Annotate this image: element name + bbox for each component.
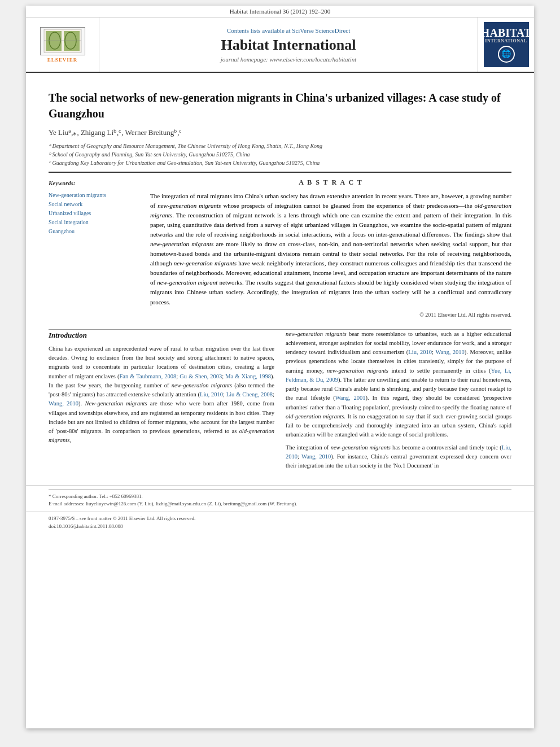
ref-ma-xiang[interactable]: Ma & Xiang, 1998 (225, 373, 271, 379)
doi-info[interactable]: doi:10.1016/j.habitatint.2011.08.008 (49, 522, 511, 530)
ref-yue-et-al[interactable]: Yue, Li, Feldman, & Du, 2009 (286, 368, 511, 383)
body-left-column: Introduction China has experienced an un… (49, 330, 274, 474)
intro-para-3: The integration of new-generation migran… (286, 443, 511, 471)
svg-rect-1 (46, 31, 62, 51)
keywords-label: Keywords: (49, 178, 139, 189)
ref-wang-2001[interactable]: Wang, 2001 (335, 395, 366, 401)
journal-title-area: Contents lists available at SciVerse Sci… (99, 18, 478, 72)
body-right-column: new-generation migrants bear more resemb… (286, 330, 511, 474)
body-columns: Introduction China has experienced an un… (49, 330, 511, 474)
ref-fan-taubmann[interactable]: Fan & Taubmann, 2008 (119, 373, 176, 379)
sciverse-text[interactable]: Contents lists available at SciVerse Sci… (227, 27, 350, 34)
affiliation-c: ᶜ Guangdong Key Laboratory for Urbanizat… (49, 159, 511, 167)
journal-ref-bar: Habitat International 36 (2012) 192–200 (26, 6, 534, 18)
ref-wang-2010b[interactable]: Wang, 2010 (435, 349, 464, 355)
elsevier-logo: ELSEVIER (40, 27, 85, 63)
ref-gu-shen[interactable]: Gu & Shen, 2003 (180, 373, 222, 379)
footnotes-section: * Corresponding author. Tel.: +852 60969… (26, 486, 534, 512)
keyword-4: Social integration (49, 218, 139, 227)
keyword-5: Guangzhou (49, 227, 139, 236)
abstract-section: Keywords: New-generation migrants Social… (49, 178, 511, 318)
journal-reference: Habitat International 36 (2012) 192–200 (230, 8, 330, 15)
habitat-badge: HABITAT INTERNATIONAL 🌐 (484, 22, 529, 67)
ref-wang-2010c[interactable]: Wang, 2010 (301, 453, 331, 460)
article-title: The social networks of new-generation mi… (49, 90, 511, 121)
article-header-section: The social networks of new-generation mi… (26, 73, 534, 329)
keyword-3: Urbanized villages (49, 209, 139, 218)
badge-title: HABITAT (481, 27, 531, 38)
journal-badge-area: HABITAT INTERNATIONAL 🌐 (478, 18, 534, 72)
journal-homepage-url: journal homepage: www.elsevier.com/locat… (221, 56, 357, 63)
ref-liu-2010[interactable]: Liu, 2010 (200, 391, 223, 397)
ref-liu-2010b[interactable]: Liu, 2010 (408, 349, 432, 355)
body-section: Introduction China has experienced an un… (26, 330, 534, 486)
authors-line: Ye Liuᵃ,⁎, Zhigang Liᵇ,ᶜ, Werner Breitun… (49, 128, 511, 137)
badge-subtitle: INTERNATIONAL (485, 38, 527, 43)
keyword-2: Social network (49, 200, 139, 209)
journal-title: Habitat International (221, 37, 356, 54)
intro-para-1: China has experienced an unprecedented w… (49, 344, 274, 445)
globe-icon: 🌐 (498, 46, 515, 63)
abstract-heading: A B S T R A C T (150, 178, 511, 187)
ref-wang-2010-1[interactable]: Wang, 2010 (49, 400, 78, 407)
intro-para-2: new-generation migrants bear more resemb… (286, 330, 511, 440)
corresponding-author-note: * Corresponding author. Tel.: +852 60969… (49, 493, 511, 501)
affiliation-b: ᵇ School of Geography and Planning, Sun … (49, 150, 511, 159)
publisher-logo-area: ELSEVIER (26, 18, 99, 72)
footnote-divider (49, 490, 511, 490)
affiliations: ᵃ Department of Geography and Resource M… (49, 142, 511, 167)
elsevier-graphic (40, 27, 85, 55)
introduction-heading: Introduction (49, 330, 274, 341)
journal-header: ELSEVIER Contents lists available at Sci… (26, 18, 534, 73)
affiliation-a: ᵃ Department of Geography and Resource M… (49, 142, 511, 150)
abstract-text: The integration of rural migrants into C… (150, 191, 511, 307)
issn-info: 0197-3975/$ – see front matter © 2011 El… (49, 514, 511, 522)
email-addresses: E-mail addresses: liuyeliuyewin@126.com … (49, 500, 511, 508)
copyright-notice: © 2011 Elsevier Ltd. All rights reserved… (150, 312, 511, 318)
keywords-box: Keywords: New-generation migrants Social… (49, 178, 139, 236)
ref-liu-cheng[interactable]: Liu & Cheng, 2008 (226, 391, 273, 397)
article-info-footer: 0197-3975/$ – see front matter © 2011 El… (26, 512, 534, 533)
svg-rect-2 (64, 31, 80, 51)
header-divider (49, 172, 511, 173)
abstract-column: A B S T R A C T The integration of rural… (150, 178, 511, 318)
keyword-1: New-generation migrants (49, 191, 139, 200)
elsevier-brand-text: ELSEVIER (47, 57, 78, 63)
keywords-column: Keywords: New-generation migrants Social… (49, 178, 139, 318)
article-page: Habitat International 36 (2012) 192–200 … (26, 6, 534, 728)
